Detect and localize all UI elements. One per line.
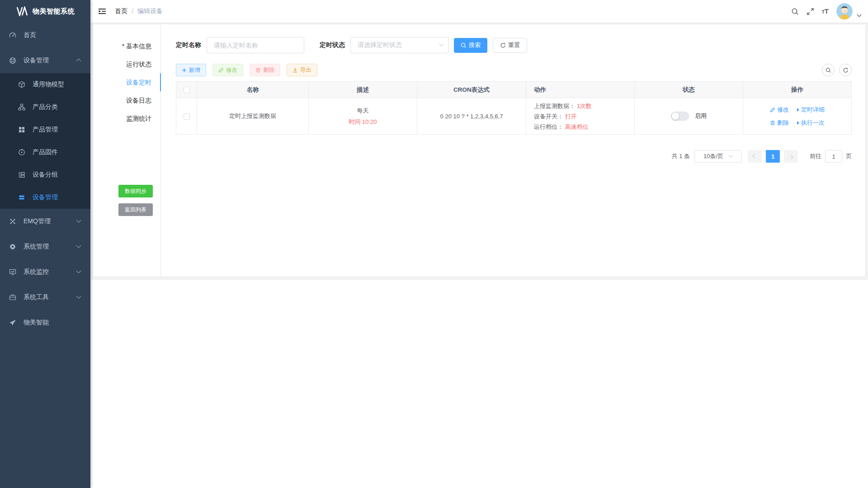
breadcrumb-home[interactable]: 首页 [115,7,127,15]
timer-status-select[interactable]: 请选择定时状态 [350,37,449,53]
products-icon [18,126,25,133]
sidebar-item-thing-model[interactable]: 通用物模型 [0,73,90,96]
active-tab-indicator [160,73,161,91]
chevron-left-icon [753,154,757,158]
cell-cron: 0 20 10 ? * 1,2,3,4,5,6,7 [417,98,526,135]
tab-device-log[interactable]: 设备日志 [93,91,160,109]
select-all-checkbox[interactable] [184,87,190,93]
goto-label: 前往 [810,152,821,160]
table-toolbar: 新增 修改 删除 导出 [176,64,852,76]
row-edit-link[interactable]: 修改 [770,106,789,114]
tab-monitor-stats[interactable]: 监测统计 [93,109,160,127]
chevron-down-icon [439,42,444,46]
timer-status-label: 定时状态 [320,41,345,49]
page-size-select[interactable]: 10条/页 [694,150,741,163]
tools-icon [9,294,16,301]
timer-name-input[interactable] [207,37,304,53]
search-button[interactable]: 搜索 [454,38,487,53]
chevron-down-icon [76,243,81,248]
cell-name: 定时上报监测数据 [197,98,309,135]
app-logo[interactable]: 物美智能系统 [0,0,90,23]
sidebar-item-device-group[interactable]: 设备分组 [0,164,90,186]
data-sync-button[interactable]: 数据同步 [118,185,153,197]
edit-button[interactable]: 修改 [212,64,243,76]
firmware-icon [18,149,25,156]
fullscreen-icon[interactable] [807,8,814,15]
refresh-icon [500,42,506,48]
tab-device-timer[interactable]: 设备定时 [93,73,160,91]
device-management-submenu: 通用物模型 产品分类 产品管理 [0,73,90,209]
prev-page-button[interactable] [748,150,762,163]
timer-name-label: 定时名称 [176,41,201,49]
breadcrumb-separator: / [132,8,133,15]
settings-icon [9,243,16,250]
category-icon [18,103,25,111]
paper-plane-icon [9,319,16,326]
row-run-once-link[interactable]: 执行一次 [797,119,825,127]
sidebar-item-product-management[interactable]: 产品管理 [0,118,90,141]
download-icon [292,67,298,73]
pencil-icon [218,67,224,73]
app-title: 物美智能系统 [33,7,75,16]
sidebar-item-home[interactable]: 首页 [0,23,90,48]
sidebar-collapse-icon[interactable] [98,7,107,16]
device-manage-icon [18,194,25,201]
chevron-down-icon [76,218,81,223]
sidebar-item-emq-management[interactable]: EMQ管理 [0,209,90,234]
page-unit-label: 页 [846,152,852,160]
device-detail-tabs: * 基本信息 运行状态 设备定时 设备日志 监测统计 数据同步 返回列表 [93,24,161,277]
user-menu-caret-icon[interactable] [857,12,862,17]
row-checkbox[interactable] [184,113,190,120]
sidebar-item-wumei-smart[interactable]: 物美智能 [0,310,90,335]
next-page-button[interactable] [784,150,798,163]
timer-table: 名称 描述 CRON表达式 动作 状态 操作 定时上报监测数据 每天 [176,81,852,135]
plus-icon [182,68,187,73]
chevron-down-icon [76,294,81,299]
toggle-search-icon[interactable] [822,64,835,76]
tab-run-status[interactable]: 运行状态 [93,55,160,73]
sidebar-item-device-manage[interactable]: 设备管理 [0,186,90,209]
col-description: 描述 [309,82,417,98]
goto-page-input[interactable] [825,150,842,163]
page-number-button[interactable]: 1 [766,150,780,163]
caret-right-icon [797,108,799,112]
export-button[interactable]: 导出 [287,64,317,76]
pencil-icon [770,107,775,113]
sidebar-item-system-management[interactable]: 系统管理 [0,234,90,259]
sidebar-menu: 首页 设备管理 通用物模型 [0,23,90,335]
sidebar-item-system-tools[interactable]: 系统工具 [0,285,90,310]
side-buttons: 数据同步 返回列表 [93,185,160,216]
sidebar-item-product-firmware[interactable]: 产品固件 [0,141,90,164]
device-edit-card: * 基本信息 运行状态 设备定时 设备日志 监测统计 数据同步 返回列表 [93,24,865,277]
tab-basic-info[interactable]: * 基本信息 [93,37,160,55]
back-to-list-button[interactable]: 返回列表 [118,203,153,216]
breadcrumb: 首页 / 编辑设备 [115,7,163,15]
pagination-total: 共 1 条 [672,152,690,160]
sidebar-item-product-category[interactable]: 产品分类 [0,96,90,118]
col-action: 动作 [526,82,635,98]
font-size-icon[interactable]: TT [822,8,829,15]
table-tool-icons [822,64,852,76]
required-mark: * [122,42,124,50]
sidebar-item-device-management[interactable]: 设备管理 [0,48,90,73]
sidebar-item-system-monitor[interactable]: 系统监控 [0,259,90,285]
trash-icon [770,120,775,126]
refresh-table-icon[interactable] [839,64,852,76]
cell-operations: 修改 定时详细 删除 [743,98,852,135]
device-group-icon [18,171,25,178]
chevron-right-icon [789,155,793,159]
reset-button[interactable]: 重置 [493,38,527,53]
cube-icon [18,81,25,88]
delete-button[interactable]: 删除 [250,64,280,76]
top-header: 首页 / 编辑设备 TT [90,0,868,23]
search-icon [461,42,467,48]
add-button[interactable]: 新增 [176,64,206,76]
row-delete-link[interactable]: 删除 [770,119,789,127]
status-toggle[interactable] [671,112,689,121]
dashboard-icon [9,32,16,39]
row-timer-detail-link[interactable]: 定时详细 [797,106,825,114]
avatar[interactable] [836,3,853,19]
col-cron: CRON表达式 [417,82,526,98]
table-header-row: 名称 描述 CRON表达式 动作 状态 操作 [176,82,852,98]
search-icon[interactable] [791,8,799,15]
